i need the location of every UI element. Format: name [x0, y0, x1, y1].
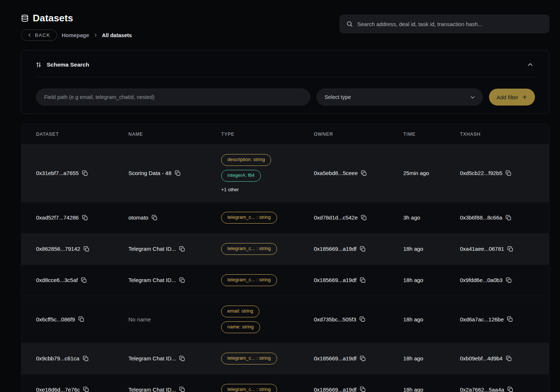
name-cell: Telegram Chat ID...	[128, 355, 221, 361]
copy-owner-button[interactable]	[359, 316, 365, 322]
copy-owner-button[interactable]	[361, 215, 367, 221]
dataset-name: Scoring Data - 48	[128, 170, 171, 176]
copy-icon	[506, 215, 511, 221]
dataset-hash: 0x862856...79142	[36, 246, 80, 252]
time-cell: 3h ago	[403, 214, 460, 221]
dataset-cell: 0x31ebf7...a7655	[36, 170, 128, 176]
copy-icon	[360, 246, 366, 252]
more-types-label: +1 other	[221, 187, 239, 192]
table-body: 0x31ebf7...a7655 Scoring Data - 48 descr…	[21, 144, 549, 392]
txhash-cell: 0xb09ebf...4d9b4	[460, 355, 549, 361]
copy-txhash-button[interactable]	[506, 277, 512, 283]
time-label: 18h ago	[403, 277, 423, 283]
copy-dataset-button[interactable]	[82, 215, 88, 221]
name-cell: Scoring Data - 48	[128, 170, 221, 176]
dataset-hash: 0xad52f7...74286	[36, 214, 79, 221]
dataset-hash: 0xd8cce6...3c5af	[36, 277, 78, 283]
copy-icon	[82, 215, 88, 221]
copy-icon	[83, 356, 89, 361]
schema-search-title: Schema Search	[47, 61, 89, 68]
dataset-hash: 0x9cbb79...c61ca	[36, 355, 79, 361]
plus-icon	[522, 94, 528, 100]
txhash-cell: 0xa41aee...06781	[460, 246, 549, 252]
copy-txhash-button[interactable]	[506, 215, 511, 221]
breadcrumb: Homepage All datasets	[62, 32, 132, 38]
global-search[interactable]	[340, 15, 549, 33]
time-label: 18h ago	[403, 246, 423, 252]
type-badge: name: string	[221, 321, 260, 333]
copy-owner-button[interactable]	[360, 356, 366, 361]
time-label: 3h ago	[403, 214, 420, 221]
copy-txhash-button[interactable]	[507, 316, 513, 322]
copy-txhash-button[interactable]	[506, 356, 512, 361]
txhash: 0x3b6f88...8c66a	[460, 214, 502, 221]
page-title: Datasets	[33, 13, 73, 24]
copy-owner-button[interactable]	[360, 277, 366, 283]
back-row: BACK Homepage All datasets	[21, 29, 132, 41]
copy-dataset-button[interactable]	[81, 277, 87, 283]
copy-txhash-button[interactable]	[506, 170, 511, 176]
copy-icon	[179, 277, 185, 283]
column-header-name: NAME	[128, 132, 221, 137]
txhash: 0xb09ebf...4d9b4	[460, 355, 503, 361]
copy-icon	[507, 316, 513, 322]
copy-name-button[interactable]	[179, 277, 185, 283]
copy-icon	[507, 386, 513, 392]
time-cell: 18h ago	[403, 277, 460, 283]
breadcrumb-homepage[interactable]: Homepage	[62, 32, 89, 38]
owner-hash: 0xd78d1d...c542e	[314, 214, 358, 221]
copy-dataset-button[interactable]	[83, 356, 89, 361]
copy-icon	[361, 215, 367, 221]
table-row: 0x31ebf7...a7655 Scoring Data - 48 descr…	[21, 144, 549, 202]
copy-icon	[506, 356, 512, 361]
back-button[interactable]: BACK	[21, 29, 57, 41]
copy-name-button[interactable]	[179, 356, 185, 361]
add-filter-label: Add filter	[496, 94, 518, 100]
txhash: 0x9fdd6e...0a0b3	[460, 277, 503, 283]
schema-search-header: Schema Search	[21, 50, 549, 77]
add-filter-button[interactable]: Add filter	[489, 89, 535, 106]
copy-icon	[175, 170, 181, 176]
table-row: 0xd8cce6...3c5af Telegram Chat ID... tel…	[21, 264, 549, 296]
column-header-txhash: TXHASH	[460, 132, 549, 137]
copy-owner-button[interactable]	[360, 386, 366, 392]
copy-dataset-button[interactable]	[84, 246, 89, 252]
copy-txhash-button[interactable]	[507, 386, 513, 392]
search-input[interactable]	[357, 21, 543, 27]
type-cell: email: stringname: string	[221, 296, 314, 343]
copy-name-button[interactable]	[152, 215, 157, 221]
dataset-cell: 0x9cbb79...c61ca	[36, 355, 128, 361]
copy-owner-button[interactable]	[361, 170, 367, 176]
owner-cell: 0x185669...a19df	[314, 246, 403, 252]
copy-dataset-button[interactable]	[82, 170, 88, 176]
filter-row: Select type Add filter	[21, 77, 549, 114]
name-cell: Telegram Chat ID...	[128, 277, 221, 283]
table-row: 0x6cff5c...086f9 No name email: stringna…	[21, 296, 549, 343]
database-icon	[21, 14, 29, 22]
type-badges: telegram_c... : string	[221, 343, 277, 374]
copy-name-button[interactable]	[175, 170, 181, 176]
copy-dataset-button[interactable]	[83, 386, 89, 392]
owner-cell: 0xd78d1d...c542e	[314, 214, 403, 221]
copy-name-button[interactable]	[179, 386, 185, 392]
copy-name-button[interactable]	[179, 246, 185, 252]
copy-owner-button[interactable]	[360, 246, 366, 252]
txhash-cell: 0x3b6f88...8c66a	[460, 214, 549, 221]
type-badges: email: stringname: string	[221, 296, 260, 343]
title-row: Datasets	[21, 13, 132, 24]
copy-dataset-button[interactable]	[78, 316, 84, 322]
type-select[interactable]: Select type	[316, 89, 483, 106]
collapse-panel-button[interactable]	[525, 60, 535, 70]
dataset-cell: 0x6cff5c...086f9	[36, 316, 128, 322]
breadcrumb-all-datasets: All datasets	[102, 32, 132, 38]
owner-hash: 0xd735bc...505f3	[314, 316, 356, 322]
type-cell: telegram_c... : string	[221, 343, 314, 374]
time-cell: 18h ago	[403, 386, 460, 392]
copy-txhash-button[interactable]	[507, 246, 513, 252]
field-path-input[interactable]	[36, 89, 310, 106]
type-badge: integerA: f64	[221, 170, 261, 182]
copy-icon	[506, 277, 512, 283]
txhash: 0xd6a7ac...126be	[460, 316, 504, 322]
datasets-table: DATASET NAME TYPE OWNER TIME TXHASH 0x31…	[21, 124, 549, 392]
search-icon	[346, 21, 353, 27]
